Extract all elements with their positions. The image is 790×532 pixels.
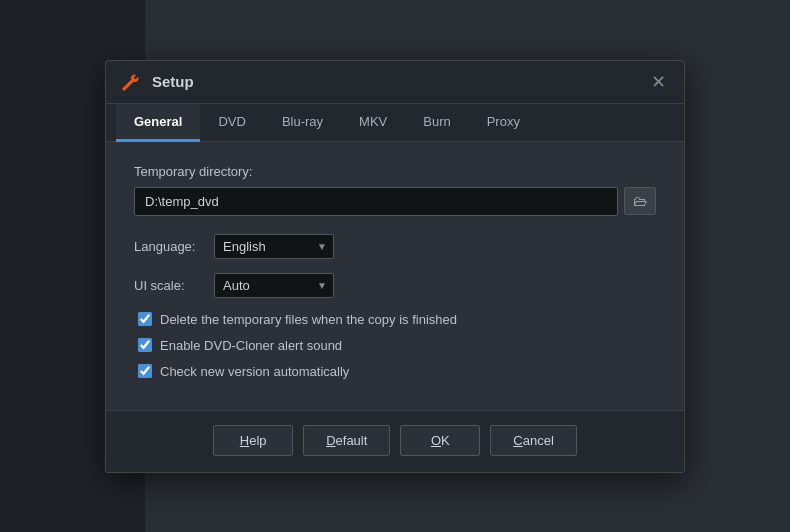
dialog-footer: Help Default OK Cancel <box>106 410 684 472</box>
temp-dir-label: Temporary directory: <box>134 164 656 179</box>
close-button[interactable]: ✕ <box>647 71 670 93</box>
language-row: Language: English French German Spanish … <box>134 234 656 259</box>
checkbox-check-version-row: Check new version automatically <box>138 364 656 379</box>
tab-dvd[interactable]: DVD <box>200 104 263 142</box>
checkbox-alert-sound-row: Enable DVD-Cloner alert sound <box>138 338 656 353</box>
checkbox-alert-sound-label: Enable DVD-Cloner alert sound <box>160 338 342 353</box>
ok-button[interactable]: OK <box>400 425 480 456</box>
language-label: Language: <box>134 239 214 254</box>
cancel-button[interactable]: Cancel <box>490 425 576 456</box>
uiscale-row: UI scale: Auto 100% 125% 150% 200% <box>134 273 656 298</box>
tab-burn[interactable]: Burn <box>405 104 468 142</box>
temp-dir-input[interactable] <box>134 187 618 216</box>
checkbox-check-version[interactable] <box>138 364 152 378</box>
default-button[interactable]: Default <box>303 425 390 456</box>
language-select-wrapper: English French German Spanish Chinese <box>214 234 334 259</box>
tab-mkv[interactable]: MKV <box>341 104 405 142</box>
dialog-title: Setup <box>152 73 647 90</box>
uiscale-label: UI scale: <box>134 278 214 293</box>
title-bar: Setup ✕ <box>106 61 684 104</box>
checkbox-delete-temp-label: Delete the temporary files when the copy… <box>160 312 457 327</box>
browse-folder-button[interactable]: 🗁 <box>624 187 656 215</box>
checkbox-delete-temp-row: Delete the temporary files when the copy… <box>138 312 656 327</box>
setup-icon <box>120 71 144 92</box>
checkbox-alert-sound[interactable] <box>138 338 152 352</box>
content-area: Temporary directory: 🗁 Language: English… <box>106 142 684 410</box>
tab-general[interactable]: General <box>116 104 200 142</box>
checkbox-check-version-label: Check new version automatically <box>160 364 349 379</box>
folder-icon: 🗁 <box>633 193 647 209</box>
help-button[interactable]: Help <box>213 425 293 456</box>
checkbox-delete-temp[interactable] <box>138 312 152 326</box>
temp-dir-row: 🗁 <box>134 187 656 216</box>
setup-dialog: Setup ✕ General DVD Blu-ray MKV Burn Pro… <box>105 60 685 473</box>
tab-proxy[interactable]: Proxy <box>469 104 538 142</box>
uiscale-select-wrapper: Auto 100% 125% 150% 200% <box>214 273 334 298</box>
language-select[interactable]: English French German Spanish Chinese <box>214 234 334 259</box>
tab-bluray[interactable]: Blu-ray <box>264 104 341 142</box>
uiscale-select[interactable]: Auto 100% 125% 150% 200% <box>214 273 334 298</box>
tab-bar: General DVD Blu-ray MKV Burn Proxy <box>106 104 684 142</box>
